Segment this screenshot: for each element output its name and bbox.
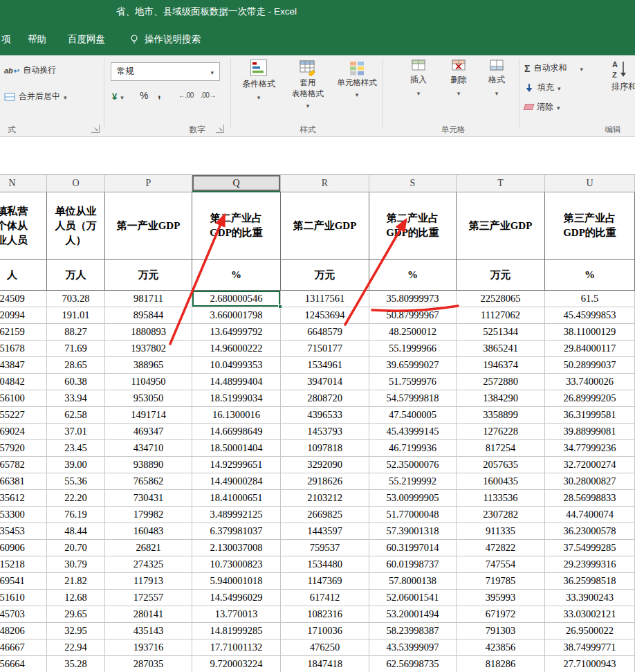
comma-style-button[interactable]: , xyxy=(158,88,160,100)
data-cell[interactable]: 56664 xyxy=(0,656,47,672)
tell-me-search[interactable]: 操作说明搜索 xyxy=(129,24,201,55)
data-cell[interactable]: 1534961 xyxy=(281,357,369,374)
data-cell[interactable]: 52.06001541 xyxy=(369,590,457,606)
fill-handle[interactable] xyxy=(278,305,282,309)
data-cell[interactable]: 7150177 xyxy=(281,340,369,357)
data-cell[interactable]: 32.72000274 xyxy=(545,457,635,473)
data-cell[interactable]: 69541 xyxy=(0,573,47,590)
data-cell[interactable]: 22.20 xyxy=(47,490,105,507)
data-cell[interactable]: 1710036 xyxy=(281,623,369,639)
dialog-launcher-icon[interactable] xyxy=(91,125,100,133)
column-header-Q[interactable]: Q xyxy=(192,174,281,192)
header-cell[interactable]: 镇私营个体从业人员 xyxy=(0,192,47,260)
data-cell[interactable]: 3.660001798 xyxy=(192,307,281,324)
data-cell[interactable]: 1097818 xyxy=(281,440,369,457)
data-cell[interactable]: 51.7599976 xyxy=(369,374,457,390)
data-cell[interactable]: 179982 xyxy=(105,507,192,523)
data-cell[interactable]: 48.2500012 xyxy=(369,324,457,340)
data-cell[interactable]: 4396533 xyxy=(281,407,369,424)
data-cell[interactable]: 56100 xyxy=(0,390,47,407)
data-cell[interactable]: 45.45999853 xyxy=(545,307,635,324)
column-header-O[interactable]: O xyxy=(47,174,105,192)
unit-cell[interactable]: 万人 xyxy=(47,260,105,291)
data-cell[interactable]: 10.04999353 xyxy=(192,357,281,374)
data-cell[interactable]: 1443597 xyxy=(281,523,369,540)
header-cell[interactable]: 单位从业人员（万人） xyxy=(47,192,105,260)
data-cell[interactable]: 5251344 xyxy=(457,324,545,340)
data-cell[interactable]: 703.28 xyxy=(47,291,105,307)
data-cell[interactable]: 191.01 xyxy=(47,307,105,324)
unit-cell[interactable]: 万元 xyxy=(281,260,369,291)
data-cell[interactable]: 53.20001494 xyxy=(369,606,457,623)
data-cell[interactable]: 57.8000138 xyxy=(369,573,457,590)
data-cell[interactable]: 12.68 xyxy=(47,590,105,606)
data-cell[interactable]: 3292090 xyxy=(281,457,369,473)
autosum-button[interactable]: Σ 自动求和 xyxy=(524,62,583,74)
data-cell[interactable]: 1491714 xyxy=(105,407,192,424)
data-cell[interactable]: 1147369 xyxy=(281,573,369,590)
data-cell[interactable]: 1082316 xyxy=(281,606,369,623)
data-cell[interactable]: 617412 xyxy=(281,590,369,606)
data-cell[interactable]: 34.77999236 xyxy=(545,440,635,457)
data-cell[interactable]: 117913 xyxy=(105,573,192,590)
data-cell[interactable]: 61.5 xyxy=(545,291,635,307)
unit-cell[interactable]: % xyxy=(369,260,457,291)
clear-button[interactable]: 清除 xyxy=(524,101,560,113)
data-cell[interactable]: 759537 xyxy=(281,540,369,556)
data-cell[interactable]: 44.7400074 xyxy=(545,507,635,523)
data-cell[interactable]: 747554 xyxy=(457,556,545,573)
data-cell[interactable]: 395993 xyxy=(457,590,545,606)
data-cell[interactable]: 1600435 xyxy=(457,473,545,490)
data-cell[interactable]: 48.44 xyxy=(47,523,105,540)
header-cell[interactable]: 第三产业GDP xyxy=(457,192,545,260)
data-cell[interactable]: 38.11000129 xyxy=(545,324,635,340)
data-cell[interactable]: 55.36 xyxy=(47,473,105,490)
data-cell[interactable]: 14.49000284 xyxy=(192,473,281,490)
data-cell[interactable]: 3.489992125 xyxy=(192,507,281,523)
data-cell[interactable]: 1133536 xyxy=(457,490,545,507)
fill-button[interactable]: 填充 xyxy=(524,82,561,93)
data-cell[interactable]: 58.23998387 xyxy=(369,623,457,639)
data-cell[interactable]: 30.28000827 xyxy=(545,473,635,490)
data-cell[interactable]: 911335 xyxy=(457,523,545,540)
data-cell[interactable]: 21.82 xyxy=(47,573,105,590)
data-cell[interactable]: 37.01 xyxy=(47,424,105,440)
data-cell[interactable]: 2103212 xyxy=(281,490,369,507)
data-cell[interactable]: 287035 xyxy=(105,656,192,672)
data-cell[interactable]: 2307282 xyxy=(457,507,545,523)
data-cell[interactable]: 17.71001132 xyxy=(192,639,281,656)
data-cell[interactable]: 60906 xyxy=(0,540,47,556)
data-cell[interactable]: 22528065 xyxy=(457,291,545,307)
data-cell[interactable]: 15218 xyxy=(0,556,47,573)
data-cell[interactable]: 981711 xyxy=(105,291,192,307)
data-cell[interactable]: 29.23999316 xyxy=(545,556,635,573)
data-cell[interactable]: 36.31999581 xyxy=(545,407,635,424)
merge-center-button[interactable]: 合并后居中 xyxy=(4,91,67,102)
column-header-N[interactable]: N xyxy=(0,174,47,192)
data-cell[interactable]: 435143 xyxy=(105,623,192,639)
data-cell[interactable]: 53300 xyxy=(0,507,47,523)
data-cell[interactable]: 29.84000117 xyxy=(545,340,635,357)
data-cell[interactable]: 938890 xyxy=(105,457,192,473)
data-cell[interactable]: 38.74999771 xyxy=(545,639,635,656)
data-cell[interactable]: 33.94 xyxy=(47,390,105,407)
data-cell[interactable]: 60.01998737 xyxy=(369,556,457,573)
data-cell[interactable]: 472822 xyxy=(457,540,545,556)
data-cell[interactable]: 46667 xyxy=(0,639,47,656)
data-cell[interactable]: 18.50001404 xyxy=(192,440,281,457)
data-cell[interactable]: 26821 xyxy=(105,540,192,556)
data-cell[interactable]: 14.66998649 xyxy=(192,424,281,440)
data-cell[interactable]: 14.81999285 xyxy=(192,623,281,639)
data-cell[interactable]: 13.770013 xyxy=(192,606,281,623)
data-cell[interactable]: 60.38 xyxy=(47,374,105,390)
data-cell[interactable]: 30.79 xyxy=(47,556,105,573)
data-cell[interactable]: 37.54999285 xyxy=(545,540,635,556)
data-cell[interactable]: 33.7400026 xyxy=(545,374,635,390)
data-cell[interactable]: 36.25998518 xyxy=(545,573,635,590)
tab-baidu-netdisk[interactable]: 百度网盘 xyxy=(68,24,105,55)
data-cell[interactable]: 57.39001318 xyxy=(369,523,457,540)
data-cell[interactable]: 88.27 xyxy=(47,324,105,340)
data-cell[interactable]: 193716 xyxy=(105,639,192,656)
data-cell[interactable]: 10.73000823 xyxy=(192,556,281,573)
data-cell[interactable]: 791303 xyxy=(457,623,545,639)
